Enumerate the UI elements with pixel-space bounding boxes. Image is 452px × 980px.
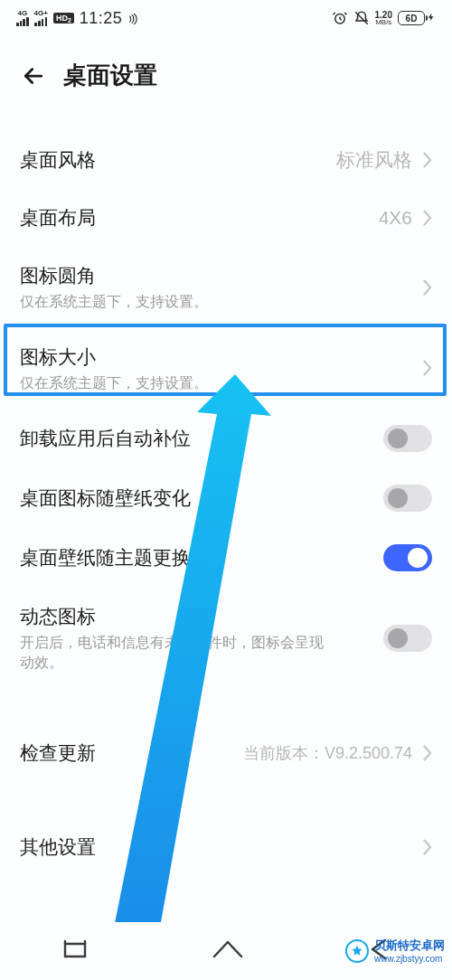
row-icon-corner[interactable]: 图标圆角 仅在系统主题下，支持设置。 <box>0 247 452 328</box>
row-label: 桌面风格 <box>20 147 96 173</box>
row-icon-size[interactable]: 图标大小 仅在系统主题下，支持设置。 <box>0 328 452 410</box>
nav-home-button[interactable] <box>210 937 246 966</box>
network-speed: 1.20 MB/s <box>375 11 392 25</box>
back-button[interactable] <box>20 62 47 90</box>
toggle-icon-wallpaper[interactable] <box>383 485 432 512</box>
row-subtitle: 仅在系统主题下，支持设置。 <box>20 373 208 393</box>
alarm-icon <box>332 10 348 26</box>
toggle-autofill[interactable] <box>383 425 432 452</box>
battery-indicator: 6D <box>398 11 436 26</box>
mute-icon <box>353 10 370 26</box>
toggle-dynamic-icon[interactable] <box>383 625 432 652</box>
row-autofill: 卸载应用后自动补位 <box>0 409 452 468</box>
watermark: 贝斯特安卓网 www.zjbstyy.com <box>345 938 445 964</box>
row-value: 当前版本：V9.2.500.74 <box>243 742 412 764</box>
row-desktop-style[interactable]: 桌面风格 标准风格 <box>0 131 452 189</box>
page-title: 桌面设置 <box>63 60 157 91</box>
row-label: 其他设置 <box>20 834 96 860</box>
watermark-url: www.zjbstyy.com <box>374 954 445 964</box>
page-header: 桌面设置 <box>0 36 452 109</box>
clock: 11:25 <box>80 9 123 28</box>
row-desktop-layout[interactable]: 桌面布局 4X6 <box>0 189 452 247</box>
row-wallpaper-theme: 桌面壁纸随主题更换 <box>0 528 452 588</box>
row-subtitle: 开启后，电话和信息有未读事件时，图标会呈现动效。 <box>20 633 327 672</box>
chevron-right-icon <box>421 359 432 377</box>
hd-badge: HD2 <box>53 13 74 24</box>
signal-2: 4G+ <box>34 10 48 26</box>
row-icon-wallpaper: 桌面图标随壁纸变化 <box>0 468 452 528</box>
chevron-right-icon <box>421 838 432 856</box>
toggle-wallpaper-theme[interactable] <box>383 544 432 571</box>
row-dynamic-icon: 动态图标 开启后，电话和信息有未读事件时，图标会呈现动效。 <box>0 588 452 688</box>
chevron-right-icon <box>421 278 432 297</box>
status-bar: 4G 4G+ HD2 11:25 1.20 M <box>0 0 452 36</box>
row-label: 图标大小 <box>20 344 208 370</box>
row-label: 动态图标 <box>20 604 327 629</box>
settings-list: 桌面风格 标准风格 桌面布局 4X6 图标圆角 仅在系统主题下，支持设置。 图标… <box>0 109 452 876</box>
row-label: 桌面布局 <box>20 205 96 231</box>
watermark-logo-icon <box>345 939 369 963</box>
row-label: 桌面图标随壁纸变化 <box>20 485 191 511</box>
row-label: 卸载应用后自动补位 <box>20 426 191 451</box>
row-value: 标准风格 <box>336 147 412 173</box>
row-value: 4X6 <box>379 207 412 229</box>
chevron-right-icon <box>421 744 432 762</box>
row-label: 桌面壁纸随主题更换 <box>20 545 191 570</box>
signal-1: 4G <box>16 10 29 26</box>
charging-icon <box>427 11 436 26</box>
row-other-settings[interactable]: 其他设置 <box>0 818 452 876</box>
row-label: 检查更新 <box>20 740 96 766</box>
chevron-right-icon <box>421 151 432 169</box>
chevron-right-icon <box>421 209 432 227</box>
watermark-brand: 贝斯特安卓网 <box>374 938 445 952</box>
row-subtitle: 仅在系统主题下，支持设置。 <box>20 292 208 312</box>
row-check-update[interactable]: 检查更新 当前版本：V9.2.500.74 <box>0 724 452 782</box>
nfc-icon <box>127 13 138 24</box>
nav-recent-button[interactable] <box>60 937 90 966</box>
row-label: 图标圆角 <box>20 263 208 288</box>
